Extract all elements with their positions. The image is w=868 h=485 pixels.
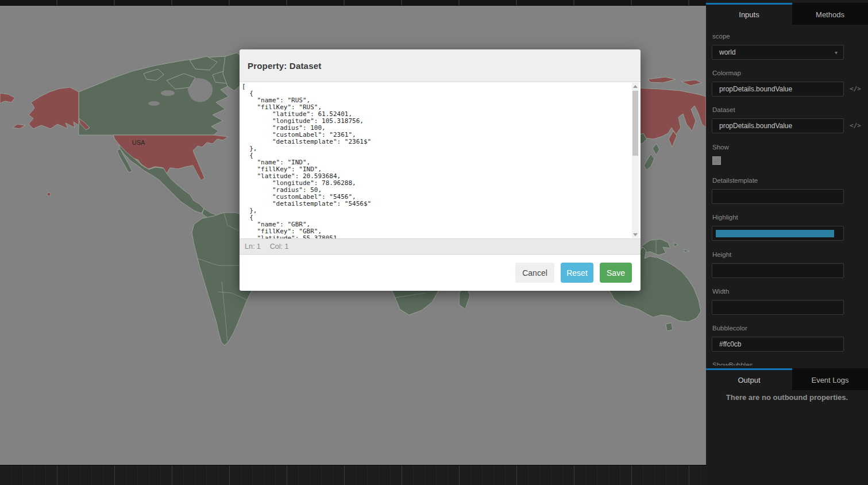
tab-inputs[interactable]: Inputs xyxy=(706,3,792,25)
output-tabbar: Output Event Logs xyxy=(706,365,868,390)
output-panel: Output Event Logs There are no outbound … xyxy=(706,365,868,485)
colormap-label: Colormap xyxy=(712,70,741,76)
inputs-tabbar: Inputs Methods xyxy=(706,0,868,25)
tab-output[interactable]: Output xyxy=(706,368,792,390)
scope-label: scope xyxy=(712,33,730,40)
dataset-input[interactable] xyxy=(712,118,844,133)
usa-aleutians[interactable] xyxy=(13,124,25,129)
editor-statusbar: Ln: 1 Col: 1 xyxy=(240,239,641,255)
line-indicator: Ln: 1 xyxy=(245,242,261,251)
tab-event-logs[interactable]: Event Logs xyxy=(792,368,868,390)
russia-chukotka-wrap[interactable] xyxy=(0,93,15,103)
code-icon[interactable]: </> xyxy=(848,85,862,93)
cancel-button[interactable]: Cancel xyxy=(515,263,554,283)
dialog-footer: Cancel Reset Save xyxy=(240,255,641,291)
app-window: USA xyxy=(0,0,868,485)
dataset-label: Dataset xyxy=(712,106,735,113)
no-outbound-properties-message: There are no outbound properties. xyxy=(706,393,868,402)
country-japan-main[interactable] xyxy=(644,154,654,170)
country-canada[interactable] xyxy=(79,56,239,135)
country-tasmania[interactable] xyxy=(666,323,673,331)
scrollbar-thumb[interactable] xyxy=(632,91,638,156)
reset-button[interactable]: Reset xyxy=(561,263,593,283)
property-dataset-dialog: Property: Dataset [ { "name": "RUS", "fi… xyxy=(240,49,641,291)
russia-arctic-island-2[interactable] xyxy=(681,80,702,86)
height-input[interactable] xyxy=(712,263,844,278)
height-label: Height xyxy=(712,251,731,258)
scope-selected-value: world xyxy=(719,48,736,56)
width-input[interactable] xyxy=(712,300,844,315)
usa-map-label: USA xyxy=(132,139,145,146)
lake xyxy=(161,90,175,96)
scroll-up-icon[interactable] xyxy=(632,83,639,90)
column-indicator: Col: 1 xyxy=(270,242,289,251)
code-icon[interactable]: </> xyxy=(848,122,862,129)
bubblecolor-input[interactable] xyxy=(712,337,844,352)
lake xyxy=(148,101,160,106)
pacific-island[interactable] xyxy=(673,242,678,247)
highlight-value-bar xyxy=(716,230,834,237)
width-label: Width xyxy=(712,288,729,295)
scope-select[interactable]: world ▾ xyxy=(712,45,844,60)
timeline-ruler xyxy=(0,465,706,485)
country-japan-north[interactable] xyxy=(653,144,659,155)
scroll-down-icon[interactable] xyxy=(632,231,639,238)
usa-hawaii[interactable] xyxy=(47,193,51,196)
json-code-editor[interactable]: [ { "name": "RUS", "fillKey": "RUS", "la… xyxy=(240,82,641,239)
colormap-input[interactable] xyxy=(712,82,844,97)
editor-scrollbar[interactable] xyxy=(632,83,639,238)
tab-methods[interactable]: Methods xyxy=(792,3,868,25)
pacific-island[interactable] xyxy=(684,249,689,252)
save-button[interactable]: Save xyxy=(600,263,632,283)
detailstemplate-label: Detailstemplate xyxy=(712,177,758,184)
bubblecolor-label: Bubblecolor xyxy=(712,325,747,332)
highlight-input[interactable] xyxy=(712,226,844,241)
show-checkbox[interactable] xyxy=(712,156,721,165)
highlight-label: Highlight xyxy=(712,214,738,221)
chevron-down-icon: ▾ xyxy=(835,49,838,56)
dialog-header: Property: Dataset xyxy=(240,49,641,82)
dialog-title: Property: Dataset xyxy=(248,61,321,71)
russia-arctic-island[interactable] xyxy=(648,77,676,83)
detailstemplate-input[interactable] xyxy=(712,189,844,204)
show-label: Show xyxy=(712,144,729,151)
top-ruler xyxy=(0,0,706,6)
usa-alaska[interactable] xyxy=(29,87,79,129)
json-code-content[interactable]: [ { "name": "RUS", "fillKey": "RUS", "la… xyxy=(240,82,641,239)
properties-sidebar: Inputs Methods scope world ▾ Colormap </… xyxy=(706,0,868,485)
